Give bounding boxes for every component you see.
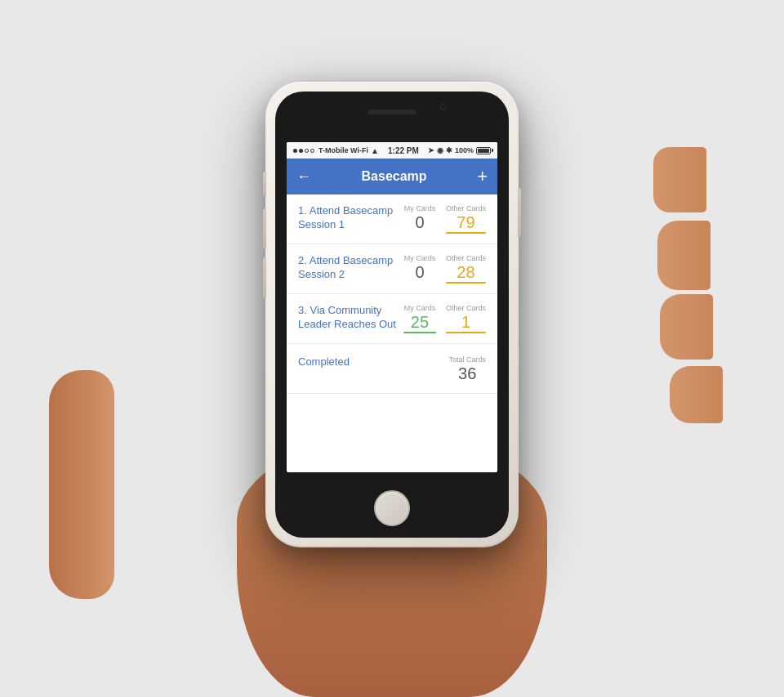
scene: T-Mobile Wi-Fi ▲ 1:22 PM ➤ ◉ ✱ 100% bbox=[0, 0, 784, 697]
item-title: 1. Attend Basecamp Session 1 bbox=[298, 204, 403, 232]
my-cards-col: My Cards 25 bbox=[403, 304, 436, 333]
nav-title: Basecamp bbox=[362, 169, 427, 184]
phone-device: T-Mobile Wi-Fi ▲ 1:22 PM ➤ ◉ ✱ 100% bbox=[265, 82, 519, 547]
underline bbox=[446, 282, 486, 284]
signal-icon bbox=[293, 149, 314, 153]
content-area: 1. Attend Basecamp Session 1 My Cards 0 … bbox=[287, 194, 497, 394]
my-cards-label: My Cards bbox=[404, 304, 436, 312]
completed-item[interactable]: Completed Total Cards 36 bbox=[287, 344, 497, 394]
earpiece bbox=[368, 109, 416, 114]
status-left: T-Mobile Wi-Fi ▲ bbox=[293, 146, 379, 155]
back-button[interactable]: ← bbox=[296, 168, 311, 185]
other-cards-value: 1 bbox=[461, 314, 470, 330]
carrier-label: T-Mobile Wi-Fi bbox=[318, 146, 368, 154]
underline bbox=[403, 332, 436, 333]
bluetooth-icon: ✱ bbox=[446, 146, 452, 154]
item-stats: My Cards 0 Other Cards 79 bbox=[403, 204, 486, 234]
add-button[interactable]: + bbox=[477, 166, 488, 187]
location-icon: ➤ bbox=[428, 146, 434, 154]
finger-pinky bbox=[670, 366, 723, 423]
my-cards-value: 0 bbox=[415, 214, 424, 230]
other-cards-col: Other Cards 28 bbox=[446, 254, 486, 284]
total-cards-value: 36 bbox=[458, 365, 476, 382]
finger-ring bbox=[660, 294, 713, 360]
power-button bbox=[518, 188, 521, 237]
alarm-icon: ◉ bbox=[437, 146, 443, 154]
status-right: ➤ ◉ ✱ 100% bbox=[428, 146, 491, 154]
phone-screen: T-Mobile Wi-Fi ▲ 1:22 PM ➤ ◉ ✱ 100% bbox=[287, 142, 497, 472]
home-button[interactable] bbox=[374, 490, 410, 526]
other-cards-label: Other Cards bbox=[446, 204, 486, 212]
underline bbox=[446, 332, 486, 333]
my-cards-value: 0 bbox=[415, 264, 424, 280]
my-cards-col: My Cards 0 bbox=[403, 254, 436, 280]
my-cards-value: 25 bbox=[411, 314, 429, 330]
finger-index bbox=[653, 147, 706, 212]
finger-middle bbox=[657, 221, 710, 290]
underline bbox=[446, 232, 486, 234]
other-cards-value: 79 bbox=[457, 214, 474, 230]
item-stats: My Cards 0 Other Cards 28 bbox=[403, 254, 486, 284]
list-item[interactable]: 2. Attend Basecamp Session 2 My Cards 0 … bbox=[287, 244, 497, 294]
list-item[interactable]: 1. Attend Basecamp Session 1 My Cards 0 … bbox=[287, 194, 497, 244]
list-item[interactable]: 3. Via Community Leader Reaches Out My C… bbox=[287, 294, 497, 344]
total-cards-col: Total Cards 36 bbox=[448, 355, 486, 382]
other-cards-col: Other Cards 79 bbox=[446, 204, 486, 234]
my-cards-col: My Cards 0 bbox=[403, 204, 436, 230]
other-cards-label: Other Cards bbox=[446, 254, 486, 262]
front-camera bbox=[440, 104, 447, 110]
time-display: 1:22 PM bbox=[388, 146, 419, 155]
item-stats: My Cards 25 Other Cards 1 bbox=[403, 304, 486, 333]
hand-fingers bbox=[653, 147, 735, 490]
screen-bezel: T-Mobile Wi-Fi ▲ 1:22 PM ➤ ◉ ✱ 100% bbox=[275, 92, 509, 538]
volume-up-button bbox=[263, 208, 266, 249]
volume-down-button bbox=[263, 257, 266, 298]
item-title: 2. Attend Basecamp Session 2 bbox=[298, 254, 403, 282]
my-cards-label: My Cards bbox=[404, 254, 436, 262]
status-bar: T-Mobile Wi-Fi ▲ 1:22 PM ➤ ◉ ✱ 100% bbox=[287, 142, 497, 159]
wifi-icon: ▲ bbox=[371, 146, 379, 155]
other-cards-label: Other Cards bbox=[446, 304, 486, 312]
hand-thumb bbox=[49, 370, 114, 599]
navigation-bar: ← Basecamp + bbox=[287, 159, 497, 194]
battery-fill bbox=[478, 149, 489, 153]
my-cards-label: My Cards bbox=[404, 204, 436, 212]
item-title: 3. Via Community Leader Reaches Out bbox=[298, 304, 403, 332]
total-cards-label: Total Cards bbox=[448, 355, 486, 364]
battery-icon bbox=[476, 147, 491, 154]
completed-label: Completed bbox=[298, 355, 350, 368]
mute-button bbox=[263, 172, 266, 196]
other-cards-value: 28 bbox=[457, 264, 474, 280]
other-cards-col: Other Cards 1 bbox=[446, 304, 486, 333]
battery-label: 100% bbox=[455, 146, 474, 154]
